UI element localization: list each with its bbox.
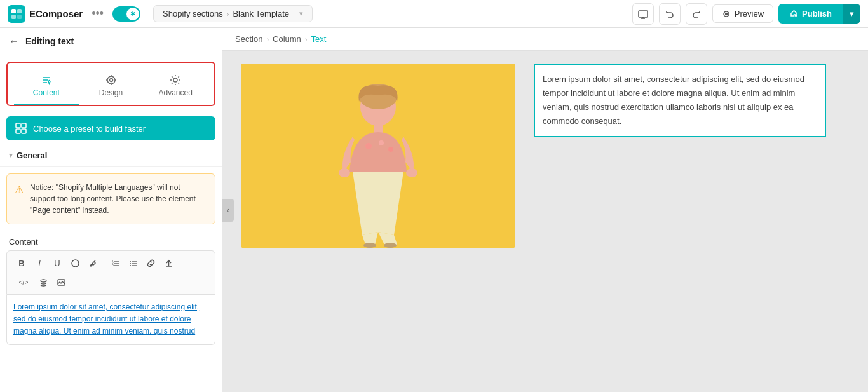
svg-rect-20 bbox=[22, 123, 26, 128]
canvas-collapse-handle[interactable]: ‹ bbox=[222, 199, 234, 222]
logo-icon bbox=[8, 5, 25, 23]
rte-bold-button[interactable]: B bbox=[13, 255, 30, 271]
rte-media-button[interactable] bbox=[53, 274, 69, 290]
rte-ol-button[interactable]: 123 bbox=[107, 255, 123, 271]
preview-button[interactable]: Preview bbox=[712, 4, 773, 23]
canvas-lorem-text: Lorem ipsum dolor sit amet, consectetur … bbox=[543, 74, 804, 126]
svg-text:3: 3 bbox=[112, 263, 114, 267]
tabs-container: Content Design Advanced bbox=[6, 62, 215, 106]
redo-button[interactable] bbox=[686, 3, 707, 25]
rte-content-area[interactable]: Lorem ipsum dolor sit amet, consectetur … bbox=[6, 295, 215, 345]
svg-point-39 bbox=[41, 280, 46, 282]
left-panel: ← Editing text Content Design Advanced C… bbox=[0, 28, 222, 392]
svg-point-34 bbox=[130, 261, 131, 262]
svg-point-51 bbox=[406, 168, 417, 177]
logo: EComposer bbox=[8, 5, 83, 23]
general-section-header[interactable]: ▾ General bbox=[0, 144, 222, 167]
rte-highlight-button[interactable] bbox=[85, 255, 101, 271]
notice-text: Notice: "Shopify Multiple Languages" wil… bbox=[30, 182, 207, 216]
general-chevron-icon: ▾ bbox=[9, 151, 13, 159]
rte-link-icon-button[interactable] bbox=[67, 255, 83, 271]
rte-code-button[interactable]: </> bbox=[13, 274, 34, 290]
svg-point-46 bbox=[379, 140, 384, 145]
svg-point-35 bbox=[130, 263, 131, 264]
breadcrumb-prefix: Shopify sections bbox=[163, 9, 223, 18]
preset-button-label: Choose a preset to build faster bbox=[33, 124, 146, 133]
publish-dropdown-button[interactable]: ▾ bbox=[843, 4, 860, 24]
rte-upload-button[interactable] bbox=[160, 255, 177, 271]
tab-design[interactable]: Design bbox=[79, 69, 144, 105]
rte-text: Lorem ipsum dolor sit amet, consectetur … bbox=[13, 302, 199, 335]
publish-button[interactable]: Publish bbox=[778, 4, 843, 24]
breadcrumb-dropdown-icon: ▾ bbox=[299, 10, 303, 18]
page-breadcrumb[interactable]: Shopify sections › Blank Template ▾ bbox=[153, 5, 313, 22]
tab-design-label: Design bbox=[99, 88, 123, 97]
tab-advanced-label: Advanced bbox=[158, 88, 192, 97]
breadcrumb-sep-1: › bbox=[266, 36, 269, 43]
topbar-actions: Preview Publish ▾ bbox=[632, 3, 860, 25]
breadcrumb-sep: › bbox=[227, 10, 229, 18]
svg-point-23 bbox=[72, 260, 79, 267]
logo-text: EComposer bbox=[29, 8, 83, 19]
general-section-label: General bbox=[17, 151, 47, 160]
svg-rect-3 bbox=[17, 15, 22, 19]
canvas-content: Lorem ipsum dolor sit amet, consectetur … bbox=[222, 51, 868, 389]
svg-point-8 bbox=[725, 13, 727, 15]
topbar: EComposer ••• ✱ Shopify sections › Blank… bbox=[0, 0, 868, 28]
tab-advanced[interactable]: Advanced bbox=[143, 69, 208, 105]
preview-label: Preview bbox=[735, 9, 764, 18]
undo-button[interactable] bbox=[659, 3, 681, 25]
svg-rect-0 bbox=[11, 9, 16, 13]
panel-title: Editing text bbox=[25, 36, 74, 46]
svg-point-45 bbox=[365, 143, 372, 149]
rte-ul-button[interactable] bbox=[125, 255, 141, 271]
svg-point-48 bbox=[363, 243, 376, 248]
breadcrumb-text[interactable]: Text bbox=[311, 34, 327, 44]
rte-divider bbox=[104, 257, 104, 269]
canvas-breadcrumb: Section › Column › Text bbox=[222, 28, 868, 51]
rte-underline-button[interactable]: U bbox=[49, 255, 65, 271]
svg-rect-22 bbox=[22, 129, 26, 133]
preset-button[interactable]: Choose a preset to build faster bbox=[6, 116, 215, 140]
svg-point-13 bbox=[109, 79, 112, 82]
tab-content-label: Content bbox=[33, 88, 60, 97]
svg-point-49 bbox=[384, 243, 397, 248]
rte-layers-button[interactable] bbox=[35, 274, 51, 290]
rte-hyperlink-button[interactable] bbox=[142, 255, 159, 271]
device-preview-icon[interactable] bbox=[632, 3, 654, 25]
panel-header: ← Editing text bbox=[0, 28, 222, 55]
svg-point-36 bbox=[130, 265, 131, 266]
toggle-knob: ✱ bbox=[126, 8, 139, 20]
svg-rect-19 bbox=[16, 123, 20, 128]
canvas-image-block bbox=[241, 64, 515, 248]
svg-point-18 bbox=[173, 78, 177, 82]
breadcrumb-column[interactable]: Column bbox=[273, 34, 301, 44]
canvas-text-block[interactable]: Lorem ipsum dolor sit amet, consectetur … bbox=[534, 64, 826, 137]
breadcrumb-sep-2: › bbox=[305, 36, 308, 43]
svg-point-50 bbox=[339, 168, 350, 177]
toggle-switch[interactable]: ✱ bbox=[112, 6, 140, 22]
rte-toolbar: B I U 123 </> bbox=[6, 250, 215, 295]
svg-rect-4 bbox=[639, 11, 648, 17]
svg-point-47 bbox=[388, 147, 393, 152]
tab-content[interactable]: Content bbox=[14, 69, 79, 105]
breadcrumb-page: Blank Template bbox=[233, 9, 289, 18]
publish-label: Publish bbox=[802, 9, 832, 18]
svg-line-24 bbox=[94, 260, 95, 262]
svg-point-12 bbox=[107, 76, 115, 84]
svg-rect-2 bbox=[11, 15, 16, 19]
notice-icon: ⚠ bbox=[15, 182, 24, 216]
notice-box: ⚠ Notice: "Shopify Multiple Languages" w… bbox=[6, 173, 215, 224]
svg-rect-21 bbox=[16, 129, 20, 133]
rte-italic-button[interactable]: I bbox=[31, 255, 48, 271]
publish-group: Publish ▾ bbox=[778, 4, 860, 24]
canvas-area: Section › Column › Text ‹ bbox=[222, 28, 868, 392]
content-section-label: Content bbox=[0, 231, 222, 250]
panel-back-button[interactable]: ← bbox=[9, 36, 19, 47]
svg-rect-1 bbox=[17, 9, 22, 13]
more-options-icon[interactable]: ••• bbox=[89, 7, 106, 20]
main-layout: ← Editing text Content Design Advanced C… bbox=[0, 28, 868, 392]
breadcrumb-section[interactable]: Section bbox=[235, 34, 262, 44]
